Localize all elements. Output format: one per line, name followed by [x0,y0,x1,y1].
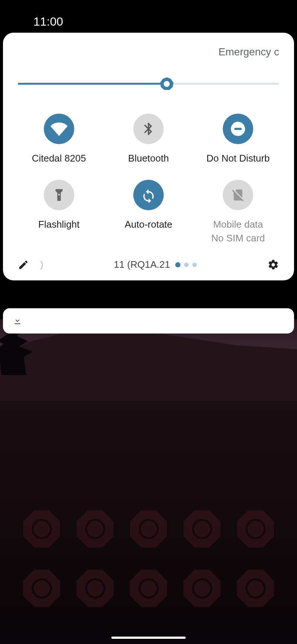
settings-button[interactable] [267,259,279,271]
tile-dnd[interactable]: Do Not Disturb [197,114,279,165]
download-icon [13,316,22,326]
tile-label: Bluetooth [128,152,169,165]
quick-settings-panel: Emergency c Citedal 8205 Bluetooth Do No… [3,33,294,280]
home-icon-row [0,570,297,607]
tile-flashlight[interactable]: Flashlight [18,180,100,244]
bluetooth-icon [133,114,164,144]
tile-wifi[interactable]: Citedal 8205 [18,114,100,165]
brightness-slider[interactable] [18,77,279,91]
carrier-text: Emergency c [18,46,279,58]
tile-mobile-data[interactable]: Mobile data No SIM card [197,180,279,244]
gesture-nav-bar[interactable] [111,637,186,639]
app-icon[interactable] [130,570,167,607]
footer-paren: ) [40,259,43,270]
tile-bluetooth[interactable]: Bluetooth [107,114,189,165]
tile-label: Citedal 8205 [32,152,86,165]
app-icon[interactable] [183,570,221,607]
wifi-icon [44,114,74,144]
app-icon[interactable] [23,570,60,607]
tile-sublabel: No SIM card [211,232,265,244]
app-icon[interactable] [76,510,114,547]
notification-bar[interactable] [3,308,294,334]
tile-label: Auto-rotate [125,218,173,231]
app-icon[interactable] [237,570,274,607]
no-sim-icon [223,180,253,210]
tile-label: Flashlight [38,218,79,231]
tile-autorotate[interactable]: Auto-rotate [107,180,189,244]
svg-rect-1 [235,128,242,130]
app-icon[interactable] [23,510,60,547]
edit-button[interactable] [18,259,29,270]
app-icon[interactable] [130,510,167,547]
app-icon[interactable] [76,570,114,607]
app-icon[interactable] [237,510,274,547]
panel-footer: ) 11 (RQ1A.21 [18,259,279,271]
tile-label: Do Not Disturb [206,152,270,165]
home-icon-row [0,510,297,547]
status-bar-time: 11:00 [33,15,63,29]
flashlight-icon [44,180,74,210]
app-icon[interactable] [183,510,221,547]
build-number: 11 (RQ1A.21 [114,259,170,270]
tile-label: Mobile data [213,218,263,231]
quick-settings-tiles: Citedal 8205 Bluetooth Do Not Disturb Fl… [18,114,279,244]
dnd-icon [223,114,253,144]
rotate-icon [133,180,164,210]
page-indicator[interactable] [175,262,197,267]
